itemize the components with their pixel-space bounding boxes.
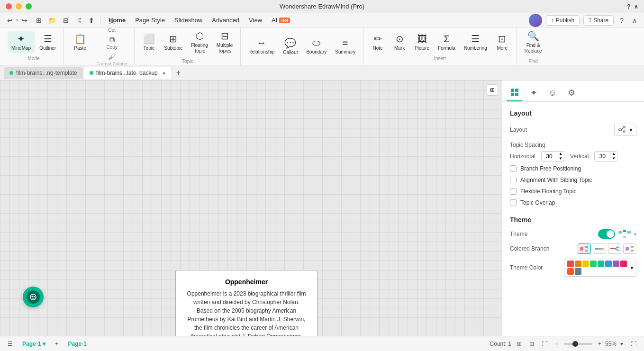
svg-rect-11	[623, 131, 625, 132]
settings-button[interactable]: ?	[617, 16, 626, 25]
open-button[interactable]: 📁	[46, 16, 59, 25]
swatch-pink[interactable]	[620, 261, 627, 267]
tab-advanced[interactable]: Advanced	[208, 16, 243, 25]
view-mode-1[interactable]: ⊞	[515, 340, 524, 348]
relationship-button[interactable]: ↔ Relationship	[245, 36, 278, 57]
boundary-button[interactable]: ⬭ Boundary	[302, 36, 330, 57]
swatch-deep-orange[interactable]	[567, 268, 574, 275]
panel-tab-settings[interactable]: ⚙	[563, 84, 580, 101]
note-button[interactable]: ✏ Note	[367, 31, 388, 53]
fit-to-screen[interactable]: ⛶	[629, 340, 638, 348]
view-mode-2[interactable]: ⊟	[527, 340, 536, 348]
tab-ai[interactable]: AI Hot	[268, 16, 294, 25]
mindmap-node[interactable]: Oppenheimer Oppenheimer is a 2023 biogra…	[175, 270, 317, 336]
help-btn[interactable]: ?	[627, 3, 630, 10]
swatch-blue[interactable]	[605, 261, 612, 267]
new-window-button[interactable]: ⊞	[34, 16, 44, 25]
checkbox-branch-free-input[interactable]	[510, 165, 517, 172]
toolbar-group-clipboard: 📋 Paste ✂ Cut ⧉ Copy 🖌 Format Painter Cl…	[64, 27, 135, 65]
undo-dropdown[interactable]: ▾	[16, 18, 18, 23]
branch-icon-1[interactable]	[578, 243, 591, 254]
horizontal-input[interactable]	[542, 152, 557, 161]
canvas-collapse-button[interactable]: ⊞	[487, 84, 498, 96]
swatch-purple[interactable]	[613, 261, 619, 267]
numbering-button[interactable]: ☰ Numbering	[460, 31, 491, 53]
cut-button[interactable]: ✂ Cut	[93, 17, 130, 34]
theme-toggle[interactable]	[598, 229, 615, 239]
fullscreen-button[interactable]: ⛶	[540, 340, 549, 348]
swatch-gray[interactable]	[575, 268, 581, 275]
panel-tab-style[interactable]: ✦	[525, 84, 542, 101]
tab-view[interactable]: View	[245, 16, 266, 25]
swatch-green[interactable]	[590, 261, 597, 267]
horizontal-up[interactable]: ▲	[557, 152, 564, 156]
close-btn[interactable]	[6, 3, 12, 9]
publish-button[interactable]: ↑ Publish	[546, 15, 580, 26]
ai-bot-button[interactable]	[23, 287, 44, 307]
swatch-orange[interactable]	[575, 261, 581, 267]
checkbox-branch-free-label: Branch Free Positioning	[520, 165, 581, 172]
floating-topic-button[interactable]: ⬡ FloatingTopic	[187, 28, 212, 56]
formula-button[interactable]: Σ Formula	[434, 32, 459, 53]
more-button[interactable]: ⊡ More	[492, 31, 513, 53]
vertical-input[interactable]	[595, 152, 610, 161]
checkbox-topic-overlap-input[interactable]	[510, 199, 517, 206]
theme-dropdown-arrow[interactable]: ▾	[634, 232, 636, 237]
tab-slideshow[interactable]: Slideshow	[171, 16, 206, 25]
paste-button[interactable]: 📋 Paste	[68, 31, 92, 53]
minimize-btn[interactable]	[16, 3, 22, 9]
add-tab-button[interactable]: +	[172, 67, 184, 79]
collapse-btn[interactable]: ∧	[634, 3, 638, 10]
zoom-out-button[interactable]: −	[553, 340, 560, 348]
zoom-in-button[interactable]: +	[596, 340, 603, 348]
layout-selector[interactable]: ▾	[614, 124, 636, 136]
undo-button[interactable]: ↩	[5, 16, 15, 25]
checkbox-flexible-floating-input[interactable]	[510, 188, 517, 195]
sidebar-toggle[interactable]: ☰	[6, 340, 15, 348]
topic-button[interactable]: ⬜ Topic	[138, 31, 159, 53]
checkbox-alignment-sibling-input[interactable]	[510, 177, 517, 183]
svg-rect-14	[627, 231, 631, 234]
svg-line-9	[621, 130, 623, 132]
multiple-topics-button[interactable]: ⊟ MultipleTopics	[213, 28, 236, 56]
checkbox-flexible-floating-label: Flexible Floating Topic	[520, 188, 577, 195]
tab2-close[interactable]: ●	[163, 70, 166, 76]
subtopic-button[interactable]: ⊞ Subtopic	[160, 31, 186, 53]
panel-tab-layout[interactable]	[506, 84, 523, 101]
mark-button[interactable]: ⊙ Mark	[389, 31, 410, 53]
zoom-dropdown[interactable]: ▾	[618, 340, 625, 348]
tab-2[interactable]: film-brains...late_backup ●	[84, 67, 172, 79]
branch-icon-2[interactable]	[593, 243, 606, 254]
horizontal-spinner[interactable]: ▲ ▼	[541, 151, 564, 162]
maximize-btn[interactable]	[26, 3, 32, 9]
summary-button[interactable]: ≡ Summary	[331, 36, 359, 57]
branch-icon-4[interactable]	[623, 243, 636, 254]
find-replace-button[interactable]: 🔍 Find &Replace	[521, 28, 546, 56]
page-selector[interactable]: Page-1 ▾	[18, 340, 49, 348]
swatch-yellow[interactable]	[582, 261, 589, 267]
collapse-ribbon-button[interactable]: ∧	[630, 16, 639, 25]
callout-button[interactable]: 💬 Callout	[279, 36, 301, 57]
horizontal-down[interactable]: ▼	[557, 156, 564, 161]
user-avatar[interactable]	[529, 14, 542, 27]
tab-1[interactable]: film-brains...ng-template	[4, 67, 83, 79]
add-page-button[interactable]: +	[53, 340, 60, 348]
canvas-area[interactable]: Oppenheimer Oppenheimer is a 2023 biogra…	[0, 81, 502, 336]
theme-color-dropdown[interactable]: ▾	[564, 259, 636, 277]
vertical-spinner[interactable]: ▲ ▼	[594, 151, 617, 162]
active-page[interactable]: Page-1	[64, 340, 90, 348]
copy-button[interactable]: ⧉ Copy	[93, 35, 130, 51]
swatch-red[interactable]	[567, 261, 574, 267]
share-button[interactable]: ⤴ Share	[583, 15, 614, 26]
picture-button[interactable]: 🖼 Picture	[411, 32, 433, 53]
zoom-slider[interactable]	[562, 342, 594, 346]
vertical-up[interactable]: ▲	[610, 152, 617, 156]
swatch-teal[interactable]	[598, 261, 604, 267]
panel-tab-emoji[interactable]: ☺	[544, 84, 561, 101]
mindmap-mode-button[interactable]: ✦ MindMap	[8, 31, 35, 53]
vertical-down[interactable]: ▼	[610, 156, 617, 161]
redo-button[interactable]: ↪	[19, 16, 30, 25]
branch-icon-3[interactable]	[608, 243, 621, 254]
outliner-mode-button[interactable]: ☰ Outliner	[36, 31, 60, 53]
tab-page-style[interactable]: Page Style	[131, 16, 169, 25]
